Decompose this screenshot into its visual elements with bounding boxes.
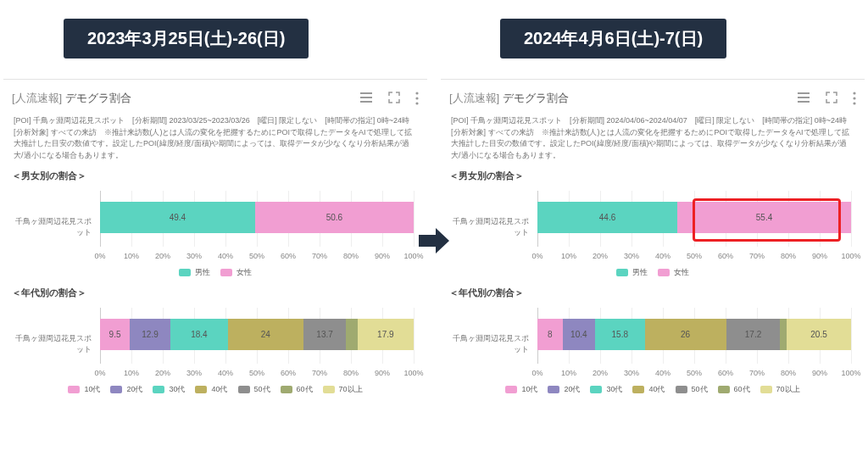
legend-item[interactable]: 50代 <box>676 384 708 395</box>
legend-item[interactable]: 50代 <box>238 384 270 395</box>
axis-category-label: 千鳥ヶ淵周辺花見スポット <box>12 216 97 238</box>
axis-tick: 80% <box>343 252 359 260</box>
axis-tick: 90% <box>812 252 827 260</box>
axis-category-label: 千鳥ヶ淵周辺花見スポット <box>449 333 534 355</box>
axis-tick: 10% <box>124 252 139 260</box>
axis-tick: 30% <box>624 369 639 377</box>
legend-item[interactable]: 20代 <box>110 384 142 395</box>
meta-text-left: [POI] 千鳥ヶ淵周辺花見スポット [分析期間] 2023/03/25~202… <box>12 115 419 161</box>
axis-tick: 10% <box>561 252 576 260</box>
chart-gender-left: 千鳥ヶ淵周辺花見スポット49.450.60%10%20%30%40%50%60%… <box>12 191 419 264</box>
legend-item[interactable]: 女性 <box>220 267 252 278</box>
bar-segment: 18.4 <box>170 319 228 350</box>
axis-tick: 70% <box>312 369 327 377</box>
bar-segment: 9.5 <box>100 319 130 350</box>
list-icon[interactable] <box>797 92 810 105</box>
legend-item[interactable]: 男性 <box>616 267 648 278</box>
svg-point-4 <box>853 97 855 99</box>
axis-tick: 50% <box>249 369 264 377</box>
date-header-right: 2024年4月6日(土)-7(日) <box>500 19 726 58</box>
legend-item[interactable]: 10代 <box>68 384 100 395</box>
axis-tick: 60% <box>281 369 296 377</box>
bar-segment: 13.7 <box>303 319 347 350</box>
legend-item[interactable]: 40代 <box>195 384 227 395</box>
chart-age-left: 千鳥ヶ淵周辺花見スポット9.512.918.42413.717.90%10%20… <box>12 308 419 381</box>
bar-segment: 24 <box>228 319 303 350</box>
legend-item[interactable]: 60代 <box>718 384 750 395</box>
legend-item[interactable]: 男性 <box>179 267 210 278</box>
bar-segment: 10.4 <box>563 319 595 350</box>
bar-segment: 17.9 <box>358 319 414 350</box>
bar-segment: 15.8 <box>595 319 644 350</box>
legend-item[interactable]: 10代 <box>505 384 537 395</box>
axis-tick: 40% <box>218 252 233 260</box>
axis-tick: 0% <box>531 252 542 260</box>
expand-icon[interactable] <box>388 92 400 105</box>
axis-tick: 70% <box>749 369 765 377</box>
bar-segment: 50.6 <box>255 202 414 233</box>
axis-tick: 100% <box>841 369 860 377</box>
bar-segment: 55.4 <box>677 202 851 233</box>
axis-tick: 20% <box>155 369 170 377</box>
legend-age: 10代20代30代40代50代60代70以上 <box>449 384 856 395</box>
axis-tick: 90% <box>812 369 827 377</box>
axis-tick: 40% <box>218 369 233 377</box>
axis-category-label: 千鳥ヶ淵周辺花見スポット <box>449 216 534 238</box>
arrow-icon <box>417 220 451 261</box>
bar-segment: 20.5 <box>787 319 851 350</box>
axis-tick: 70% <box>749 252 765 260</box>
expand-icon[interactable] <box>826 92 837 105</box>
card-title: [人流速報] デモグラ割合 <box>12 91 131 106</box>
legend-gender: 男性女性 <box>449 267 856 278</box>
more-icon[interactable] <box>853 92 856 105</box>
axis-tick: 60% <box>281 252 296 260</box>
axis-tick: 80% <box>781 252 796 260</box>
legend-item[interactable]: 30代 <box>590 384 622 395</box>
axis-tick: 80% <box>343 369 359 377</box>
legend-item[interactable]: 70以上 <box>760 384 800 395</box>
legend-item[interactable]: 女性 <box>658 267 689 278</box>
axis-tick: 80% <box>781 369 796 377</box>
axis-tick: 20% <box>155 252 170 260</box>
axis-tick: 0% <box>94 252 105 260</box>
axis-tick: 0% <box>531 369 542 377</box>
legend-item[interactable]: 60代 <box>281 384 313 395</box>
bar-segment: 17.2 <box>726 319 781 350</box>
legend-gender: 男性女性 <box>12 267 419 278</box>
axis-category-label: 千鳥ヶ淵周辺花見スポット <box>12 333 97 355</box>
section-title-gender: ＜男女別の割合＞ <box>12 170 419 182</box>
chart-gender-right: 千鳥ヶ淵周辺花見スポット44.655.40%10%20%30%40%50%60%… <box>449 191 856 264</box>
axis-tick: 90% <box>375 369 390 377</box>
svg-point-2 <box>415 102 418 104</box>
axis-tick: 60% <box>718 252 733 260</box>
bar-segment: 44.6 <box>537 202 677 233</box>
axis-tick: 0% <box>94 369 105 377</box>
legend-item[interactable]: 20代 <box>548 384 580 395</box>
section-title-age: ＜年代別の割合＞ <box>12 287 419 299</box>
axis-tick: 60% <box>718 369 733 377</box>
bar-segment: 49.4 <box>100 202 255 233</box>
axis-tick: 50% <box>687 252 702 260</box>
bar-segment: 26 <box>645 319 726 350</box>
legend-item[interactable]: 70以上 <box>323 384 363 395</box>
list-icon[interactable] <box>359 92 373 105</box>
axis-tick: 50% <box>687 369 702 377</box>
legend-item[interactable]: 40代 <box>632 384 665 395</box>
bar-segment <box>346 319 357 350</box>
axis-tick: 10% <box>561 369 576 377</box>
more-icon[interactable] <box>415 92 419 105</box>
legend-item[interactable]: 30代 <box>153 384 185 395</box>
bar-segment: 8 <box>537 319 563 350</box>
meta-text-right: [POI] 千鳥ヶ淵周辺花見スポット [分析期間] 2024/04/06~202… <box>449 115 856 161</box>
axis-tick: 40% <box>655 369 670 377</box>
date-header-left: 2023年3月25日(土)-26(日) <box>64 19 309 58</box>
section-title-age: ＜年代別の割合＞ <box>449 287 856 299</box>
axis-tick: 30% <box>186 252 202 260</box>
axis-tick: 90% <box>375 252 390 260</box>
axis-tick: 10% <box>124 369 139 377</box>
card-title: [人流速報] デモグラ割合 <box>449 91 569 106</box>
section-title-gender: ＜男女別の割合＞ <box>449 170 856 182</box>
axis-tick: 70% <box>312 252 327 260</box>
chart-age-right: 千鳥ヶ淵周辺花見スポット810.415.82617.220.50%10%20%3… <box>449 308 856 381</box>
svg-point-0 <box>415 92 418 94</box>
